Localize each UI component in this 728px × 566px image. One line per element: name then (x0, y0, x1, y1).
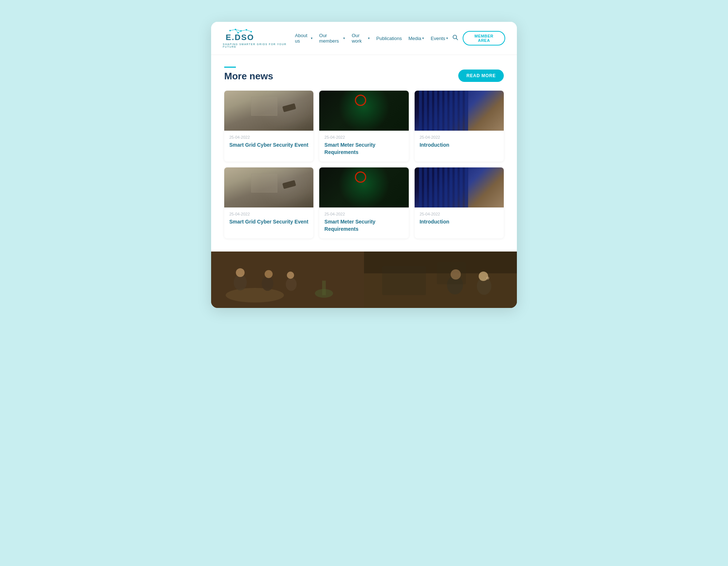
news-card-1-1[interactable]: 25-04-2022 Smart Grid Cyber Security Eve… (224, 91, 313, 162)
bottom-photo-left (211, 252, 364, 308)
section-title: More news (224, 71, 273, 82)
nav-item-publications[interactable]: Publications (376, 36, 402, 41)
nav-item-events[interactable]: Events ▾ (431, 36, 448, 41)
nav-link-about-us[interactable]: About us ▾ (295, 33, 312, 44)
logo-svg: E.DSO (223, 28, 256, 42)
news-card-image-2-2 (319, 167, 408, 207)
news-title-2-1: Smart Grid Cyber Security Event (229, 218, 308, 226)
section-title-block: More news (224, 67, 273, 82)
chevron-down-icon: ▾ (311, 36, 313, 40)
nav-item-about-us[interactable]: About us ▾ (295, 33, 312, 44)
section-header: More news READ MORE (224, 67, 504, 82)
member-area-button[interactable]: MEMBER AREA (463, 31, 505, 45)
news-card-2-1[interactable]: 25-04-2022 Smart Grid Cyber Security Eve… (224, 167, 313, 238)
section-accent-line (224, 67, 236, 68)
nav-links: About us ▾ Our members ▾ Our work ▾ Publ… (295, 33, 448, 44)
news-grid-row-2: 25-04-2022 Smart Grid Cyber Security Eve… (224, 167, 504, 238)
news-card-2-3[interactable]: 25-04-2022 Introduction (415, 167, 504, 238)
news-card-body-2-2: 25-04-2022 Smart Meter Security Requirem… (319, 207, 408, 238)
nav-item-media[interactable]: Media ▾ (408, 36, 424, 41)
svg-rect-35 (364, 252, 517, 308)
news-card-1-3[interactable]: 25-04-2022 Introduction (415, 91, 504, 162)
search-icon[interactable] (452, 35, 458, 42)
svg-rect-25 (211, 252, 364, 308)
news-card-image-1-3 (415, 91, 504, 131)
svg-text:E.DSO: E.DSO (226, 33, 254, 42)
news-title-2-3: Introduction (420, 218, 499, 226)
nav-link-publications[interactable]: Publications (376, 36, 402, 41)
chevron-down-icon: ▾ (422, 36, 424, 40)
nav-link-our-members[interactable]: Our members ▾ (319, 33, 345, 44)
logo-area[interactable]: E.DSO SHAPING SMARTER GRIDS FOR YOUR FUT… (223, 28, 295, 48)
read-more-button[interactable]: READ MORE (458, 70, 504, 82)
news-date-2-2: 25-04-2022 (324, 212, 403, 216)
news-card-body-2-1: 25-04-2022 Smart Grid Cyber Security Eve… (224, 207, 313, 231)
news-date-2-3: 25-04-2022 (420, 212, 499, 216)
logo-tagline: SHAPING SMARTER GRIDS FOR YOUR FUTURE (223, 43, 295, 48)
navbar: E.DSO SHAPING SMARTER GRIDS FOR YOUR FUT… (211, 22, 517, 55)
svg-line-6 (230, 29, 236, 31)
svg-line-9 (246, 30, 251, 32)
bottom-photo-strip (211, 252, 517, 308)
nav-link-events[interactable]: Events ▾ (431, 36, 448, 41)
news-date-1-1: 25-04-2022 (229, 135, 308, 139)
news-card-body-1-2: 25-04-2022 Smart Meter Security Requirem… (319, 131, 408, 162)
news-card-1-2[interactable]: 25-04-2022 Smart Meter Security Requirem… (319, 91, 408, 162)
news-card-image-2-3 (415, 167, 504, 207)
browser-window: E.DSO SHAPING SMARTER GRIDS FOR YOUR FUT… (211, 22, 517, 308)
news-title-1-3: Introduction (420, 142, 499, 149)
bottom-photo-right (364, 252, 517, 308)
news-card-image-1-2 (319, 91, 408, 131)
nav-link-our-work[interactable]: Our work ▾ (352, 33, 370, 44)
nav-item-our-members[interactable]: Our members ▾ (319, 33, 345, 44)
news-card-image-1-1 (224, 91, 313, 131)
news-card-image-2-1 (224, 167, 313, 207)
news-title-1-2: Smart Meter Security Requirements (324, 142, 403, 156)
news-card-body-1-3: 25-04-2022 Introduction (415, 131, 504, 155)
main-content: More news READ MORE 25-04-2022 Smart Gri… (211, 55, 517, 252)
svg-line-8 (241, 30, 246, 31)
news-card-body-2-3: 25-04-2022 Introduction (415, 207, 504, 231)
bottom-photo-left-graphic (211, 252, 364, 308)
chevron-down-icon: ▾ (343, 36, 345, 40)
news-card-2-2[interactable]: 25-04-2022 Smart Meter Security Requirem… (319, 167, 408, 238)
news-grid-row-1: 25-04-2022 Smart Grid Cyber Security Eve… (224, 91, 504, 162)
chevron-down-icon: ▾ (368, 36, 370, 40)
news-card-body-1-1: 25-04-2022 Smart Grid Cyber Security Eve… (224, 131, 313, 155)
chevron-down-icon: ▾ (446, 36, 448, 40)
bottom-photo-right-graphic (364, 252, 517, 308)
news-title-1-1: Smart Grid Cyber Security Event (229, 142, 308, 149)
news-date-1-3: 25-04-2022 (420, 135, 499, 139)
nav-item-our-work[interactable]: Our work ▾ (352, 33, 370, 44)
news-date-2-1: 25-04-2022 (229, 212, 308, 216)
nav-link-media[interactable]: Media ▾ (408, 36, 424, 41)
news-title-2-2: Smart Meter Security Requirements (324, 218, 403, 233)
news-date-1-2: 25-04-2022 (324, 135, 403, 139)
svg-line-14 (456, 39, 458, 40)
